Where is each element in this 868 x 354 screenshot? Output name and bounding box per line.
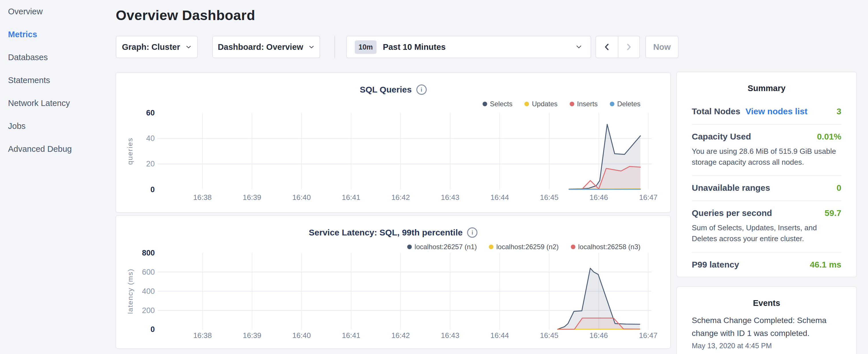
summary-row-total-nodes: Total Nodes View nodes list 3 [692,99,841,125]
legend-item[interactable]: Inserts [570,100,598,108]
svg-text:latency (ms): latency (ms) [126,268,134,314]
summary-row-p99-latency: P99 latency 46.1 ms [692,253,841,277]
sidebar-item-databases[interactable]: Databases [0,46,115,69]
chart-title: Service Latency: SQL, 99th percentile [309,228,463,237]
events-title: Events [692,298,841,308]
event-list-item[interactable]: Schema Change Completed: Schema change w… [692,314,841,350]
svg-text:16:46: 16:46 [589,193,608,201]
svg-text:16:44: 16:44 [490,193,509,201]
svg-text:16:47: 16:47 [639,193,657,201]
time-window-label: Past 10 Minutes [383,42,445,52]
legend-label: localhost:26259 (n2) [496,243,559,251]
chart-header: SQL Queries i [116,85,670,95]
svg-text:16:39: 16:39 [243,193,261,201]
svg-text:200: 200 [142,306,155,315]
legend-dot-icon [483,102,487,106]
summary-row-capacity-used: Capacity Used 0.01% You are using 28.6 M… [692,125,841,176]
controls-divider [334,36,335,58]
time-range-select[interactable]: 10m Past 10 Minutes [346,36,591,58]
sidebar: Overview Metrics Databases Statements Ne… [0,0,115,354]
summary-row-unavailable-ranges: Unavailable ranges 0 [692,176,841,201]
legend-item[interactable]: Deletes [610,100,641,108]
chevron-down-icon [185,44,192,50]
legend-dot-icon [407,245,412,249]
svg-text:20: 20 [146,160,155,168]
svg-text:0: 0 [150,185,155,194]
svg-text:400: 400 [142,287,155,296]
chevron-down-icon [575,43,583,51]
legend-dot-icon [570,102,574,106]
queries-per-second-value: 59.7 [825,208,841,218]
svg-text:16:40: 16:40 [292,331,311,340]
svg-text:16:45: 16:45 [540,331,558,340]
chart-title: SQL Queries [360,85,411,95]
chart-header: Service Latency: SQL, 99th percentile i [116,227,670,238]
view-nodes-list-link[interactable]: View nodes list [745,106,807,116]
svg-text:16:41: 16:41 [342,193,360,201]
graph-selector-dropdown[interactable]: Graph: Cluster [116,36,198,58]
event-timestamp: May 13, 2020 at 4:45 PM [692,342,841,350]
svg-text:16:43: 16:43 [441,331,459,340]
legend-label: Selects [490,100,513,108]
controls-bar: Graph: Cluster Dashboard: Overview 10m P… [116,36,679,58]
svg-text:600: 600 [142,268,155,277]
time-window-badge: 10m [355,40,376,54]
time-step-button-group [595,36,640,58]
info-icon[interactable]: i [416,85,427,95]
info-icon[interactable]: i [467,227,477,238]
summary-row-queries-per-second: Queries per second 59.7 Sum of Selects, … [692,201,841,252]
unavailable-ranges-value: 0 [836,183,841,193]
svg-text:16:40: 16:40 [292,193,311,201]
svg-text:0: 0 [150,325,155,334]
sidebar-item-metrics[interactable]: Metrics [0,23,115,46]
summary-title: Summary [692,84,841,93]
legend-label: Updates [532,100,557,108]
svg-text:16:42: 16:42 [392,331,410,340]
prev-time-window-button[interactable] [596,36,618,58]
svg-text:40: 40 [146,134,155,142]
summary-panel: Summary Total Nodes View nodes list 3 Ca… [676,72,857,277]
total-nodes-label: Total Nodes [692,106,740,116]
p99-latency-label: P99 latency [692,260,739,269]
svg-text:800: 800 [142,249,155,257]
legend-label: localhost:26257 (n1) [415,243,477,251]
sidebar-item-overview[interactable]: Overview [0,0,115,23]
p99-latency-value: 46.1 ms [810,260,841,269]
sidebar-item-network-latency[interactable]: Network Latency [0,92,115,115]
legend-item[interactable]: localhost:26257 (n1) [407,243,477,251]
legend-label: Inserts [577,100,598,108]
legend-dot-icon [524,102,529,106]
capacity-used-label: Capacity Used [692,132,751,141]
sidebar-item-jobs[interactable]: Jobs [0,115,115,137]
queries-per-second-label: Queries per second [692,208,772,218]
page-title: Overview Dashboard [116,7,255,23]
dashboard-selector-dropdown[interactable]: Dashboard: Overview [212,36,320,58]
sidebar-item-statements[interactable]: Statements [0,69,115,92]
chart-legend: localhost:26257 (n1)localhost:26259 (n2)… [407,243,641,251]
legend-label: localhost:26258 (n3) [578,243,641,251]
legend-dot-icon [489,245,493,249]
now-button[interactable]: Now [645,36,679,58]
total-nodes-value: 3 [836,106,841,116]
svg-text:16:39: 16:39 [243,331,261,340]
legend-dot-icon [610,102,614,106]
legend-item[interactable]: Updates [524,100,557,108]
capacity-used-value: 0.01% [817,132,841,141]
next-time-window-button[interactable] [618,36,640,58]
capacity-used-description: You are using 28.6 MiB of 515.9 GiB usab… [692,146,841,167]
svg-text:16:41: 16:41 [342,331,360,340]
legend-item[interactable]: localhost:26258 (n3) [571,243,641,251]
queries-per-second-description: Sum of Selects, Updates, Inserts, and De… [692,223,841,244]
sidebar-item-advanced-debug[interactable]: Advanced Debug [0,137,115,160]
chevron-right-icon [624,43,633,51]
svg-text:16:38: 16:38 [193,331,212,340]
event-message: Schema Change Completed: Schema change w… [692,314,841,340]
legend-item[interactable]: localhost:26259 (n2) [489,243,559,251]
legend-item[interactable]: Selects [483,100,513,108]
svg-text:16:45: 16:45 [540,193,558,201]
legend-dot-icon [571,245,576,249]
svg-text:60: 60 [146,108,155,117]
svg-text:16:43: 16:43 [441,193,459,201]
svg-text:16:38: 16:38 [193,193,212,201]
chevron-left-icon [602,43,611,51]
